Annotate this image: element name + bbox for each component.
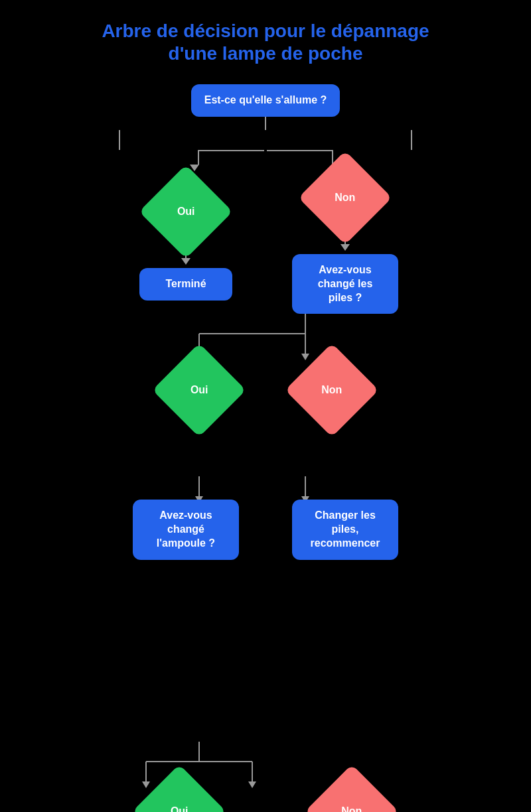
- non1-branch: Non Avez-vous changé les piles ?: [266, 165, 425, 314]
- changer-piles-node: Changer les piles, recommencer: [292, 500, 398, 559]
- oui3-branch: Oui: [146, 778, 212, 812]
- non3-branch: Non: [319, 778, 385, 812]
- oui1-branch: Oui Terminé: [106, 178, 266, 301]
- non2-branch: Non: [299, 357, 365, 423]
- start-node: Est-ce qu'elle s'allume ?: [191, 84, 341, 117]
- oui2-branch: Oui: [166, 357, 232, 423]
- oui1-diamond: Oui: [139, 165, 232, 258]
- q2-node: Avez-vous changé les piles ?: [292, 254, 398, 314]
- termine-node: Terminé: [139, 268, 232, 301]
- non1-diamond: Non: [298, 151, 392, 244]
- q3-node: Avez-vous changé l'ampoule ?: [133, 500, 239, 559]
- flowchart: Est-ce qu'elle s'allume ?: [13, 84, 518, 812]
- page-title: Arbre de décision pour le dépannage d'un…: [102, 20, 429, 64]
- non2-diamond: Non: [285, 344, 378, 437]
- oui2-diamond: Oui: [152, 344, 246, 437]
